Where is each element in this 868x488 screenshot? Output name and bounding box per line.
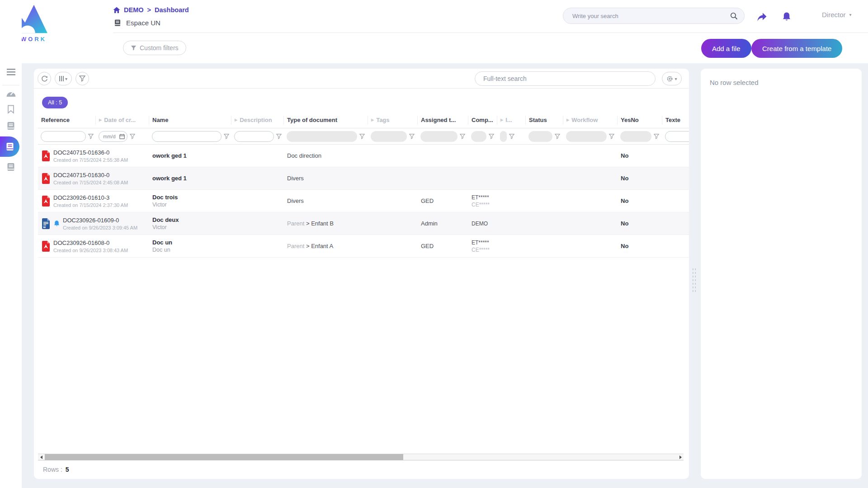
- filter-i-funnel-button[interactable]: [509, 134, 514, 139]
- document-row-DOC240715-01630-0[interactable]: DOC240715-01630-0 Created on 7/15/2024 2…: [38, 167, 689, 190]
- user-role-menu[interactable]: Director ▾: [822, 11, 852, 19]
- filter-cell-i: [497, 131, 526, 142]
- funnel-icon[interactable]: [460, 134, 465, 139]
- funnel-icon[interactable]: [609, 134, 614, 139]
- add-file-button[interactable]: Add a file: [701, 39, 751, 58]
- filter-reference-input[interactable]: [41, 131, 86, 142]
- column-header-tags[interactable]: ▶Tags: [368, 116, 418, 125]
- filter-comp-select[interactable]: [471, 131, 486, 142]
- sidebar-item-dashboard[interactable]: [0, 89, 22, 98]
- column-header-name[interactable]: Name: [149, 116, 231, 125]
- column-header-yesno[interactable]: YesNo: [618, 116, 662, 125]
- column-header-comp[interactable]: Comp...: [468, 116, 497, 125]
- filter-description-input[interactable]: [234, 131, 274, 142]
- filter-name-input[interactable]: [152, 131, 222, 142]
- columns-icon: [59, 76, 64, 81]
- sidebar-item-documents-active[interactable]: [0, 136, 19, 157]
- funnel-icon[interactable]: [489, 134, 494, 139]
- column-header-texte[interactable]: Texte: [662, 116, 689, 125]
- type-name: > Enfant A: [306, 243, 333, 249]
- breadcrumb-root[interactable]: DEMO: [124, 6, 144, 14]
- global-search-input[interactable]: [572, 13, 730, 19]
- grid-settings-button[interactable]: ▾: [662, 72, 682, 85]
- sidebar-item-library[interactable]: [0, 122, 22, 130]
- column-label: Reference: [41, 117, 70, 123]
- filter-texte-input[interactable]: [665, 131, 689, 142]
- filter-tags-funnel-button[interactable]: [409, 134, 415, 139]
- grid-filter-button[interactable]: [75, 72, 89, 85]
- filter-reference-funnel-button[interactable]: [88, 134, 94, 139]
- filter-cell-yesno: [618, 131, 662, 142]
- notifications-button[interactable]: [780, 10, 793, 23]
- filter-name-funnel-button[interactable]: [224, 134, 229, 139]
- column-header-workflow[interactable]: ▶Workflow: [563, 116, 618, 125]
- filter-status-select[interactable]: [528, 131, 552, 142]
- filter-cell-name: [149, 131, 231, 142]
- filter-i-select[interactable]: [500, 131, 507, 142]
- column-header-date-of-cr[interactable]: ▶Date of cr...: [96, 116, 149, 125]
- chevron-down-icon: ▾: [65, 76, 67, 81]
- sidebar-item-archive[interactable]: [0, 163, 22, 171]
- filter-date-of-cr-input[interactable]: [99, 131, 127, 142]
- scrollbar-thumb[interactable]: [45, 454, 403, 460]
- filter-workflow-select[interactable]: [566, 131, 607, 142]
- sidebar-item-bookmarks[interactable]: [0, 105, 22, 114]
- scroll-right-button[interactable]: [677, 454, 684, 460]
- filter-type-of-document-select[interactable]: [287, 131, 357, 142]
- column-header-i[interactable]: ▶I...: [497, 116, 526, 125]
- filter-workflow-funnel-button[interactable]: [609, 134, 614, 139]
- filter-comp-funnel-button[interactable]: [489, 134, 494, 139]
- funnel-icon[interactable]: [224, 134, 229, 139]
- document-row-DOC230926-01608-0[interactable]: DOC230926-01608-0 Created on 9/26/2023 3…: [38, 235, 689, 258]
- scroll-left-button[interactable]: [38, 454, 44, 460]
- filter-cell-workflow: [563, 131, 618, 142]
- funnel-icon[interactable]: [130, 134, 135, 139]
- document-row-DOC230926-01609-0[interactable]: w DOC230926-01609-0 Created on 9/26/2023…: [38, 212, 689, 235]
- filter-yesno-select[interactable]: [620, 131, 651, 142]
- filter-type-of-document-funnel-button[interactable]: [359, 134, 365, 139]
- create-from-template-button[interactable]: Create from a template: [751, 39, 842, 58]
- expand-column-icon[interactable]: ▶: [500, 118, 503, 122]
- expand-column-icon[interactable]: ▶: [566, 118, 569, 122]
- fulltext-search-input[interactable]: [475, 71, 656, 86]
- filter-badge-all[interactable]: All : 5: [42, 97, 68, 108]
- search-icon[interactable]: [730, 12, 738, 20]
- expand-column-icon[interactable]: ▶: [371, 118, 374, 122]
- sidebar-menu-toggle[interactable]: [0, 69, 22, 75]
- funnel-icon[interactable]: [276, 134, 282, 139]
- home-icon[interactable]: [113, 7, 120, 14]
- funnel-icon[interactable]: [654, 134, 659, 139]
- document-row-DOC230926-01610-3[interactable]: DOC230926-01610-3 Created on 7/15/2024 2…: [38, 190, 689, 212]
- funnel-icon[interactable]: [555, 134, 560, 139]
- column-header-assigned-t[interactable]: Assigned t...: [418, 116, 468, 125]
- filter-assigned-t-funnel-button[interactable]: [460, 134, 465, 139]
- column-header-status[interactable]: Status: [526, 116, 563, 125]
- cell-reference: DOC230926-01610-3 Created on 7/15/2024 2…: [38, 194, 149, 208]
- filter-yesno-funnel-button[interactable]: [654, 134, 659, 139]
- column-header-reference[interactable]: Reference: [38, 116, 96, 125]
- share-button[interactable]: [755, 10, 769, 23]
- global-search: [563, 8, 745, 24]
- funnel-icon[interactable]: [409, 134, 415, 139]
- filter-assigned-t-select[interactable]: [420, 131, 458, 142]
- gear-icon: [666, 75, 673, 82]
- funnel-icon[interactable]: [359, 134, 365, 139]
- document-row-DOC240715-01636-0[interactable]: DOC240715-01636-0 Created on 7/15/2024 2…: [38, 145, 689, 167]
- expand-column-icon[interactable]: ▶: [99, 118, 102, 122]
- filter-tags-select[interactable]: [371, 131, 407, 142]
- filter-status-funnel-button[interactable]: [555, 134, 560, 139]
- horizontal-scrollbar[interactable]: [38, 454, 684, 460]
- columns-button[interactable]: ▾: [55, 72, 72, 85]
- column-label: I...: [505, 117, 512, 123]
- filter-date-of-cr-funnel-button[interactable]: [130, 134, 135, 139]
- panel-resize-handle[interactable]: [692, 267, 697, 294]
- funnel-icon[interactable]: [88, 134, 94, 139]
- expand-column-icon[interactable]: ▶: [235, 118, 237, 122]
- custom-filters-button[interactable]: Custom filters: [123, 41, 186, 55]
- refresh-button[interactable]: [38, 72, 51, 85]
- column-header-type-of-document[interactable]: Type of document: [284, 116, 368, 125]
- funnel-icon[interactable]: [509, 134, 514, 139]
- breadcrumb-current[interactable]: Dashboard: [155, 6, 189, 14]
- column-header-description[interactable]: ▶Description: [231, 116, 284, 125]
- filter-description-funnel-button[interactable]: [276, 134, 282, 139]
